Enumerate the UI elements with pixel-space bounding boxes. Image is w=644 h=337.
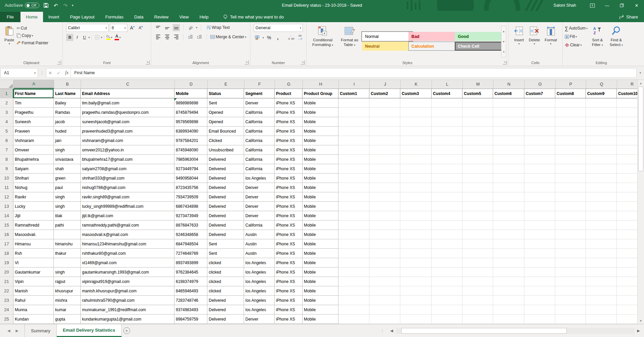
row-header-22[interactable]: 22 — [0, 286, 13, 296]
cell-C18[interactable]: rshthakur80@gmail.com — [81, 249, 174, 258]
clear-button[interactable]: Clear▾ — [565, 41, 588, 49]
cell-N14[interactable] — [493, 211, 524, 221]
orientation-icon[interactable]: ab — [186, 22, 195, 32]
cell-M14[interactable] — [462, 211, 493, 221]
cell-N19[interactable] — [493, 258, 524, 268]
cell-Q18[interactable] — [586, 249, 617, 258]
styles-dialog-launcher-icon[interactable]: ↘ — [503, 60, 507, 64]
find-select-button[interactable]: Find & Select ▾ — [607, 24, 625, 59]
cell-J25[interactable] — [369, 315, 400, 324]
cell-K21[interactable] — [400, 277, 432, 286]
cell-Q3[interactable] — [586, 108, 617, 117]
cell-J23[interactable] — [369, 296, 400, 305]
decrease-font-icon[interactable]: A▾ — [137, 25, 144, 32]
cell-O2[interactable] — [524, 98, 555, 108]
cell-F8[interactable]: California — [244, 155, 275, 164]
autosum-button[interactable]: ∑ AutoSum▾ — [565, 25, 588, 32]
cell-N21[interactable] — [493, 277, 524, 286]
cell-Q13[interactable] — [586, 202, 617, 211]
cell-Q19[interactable] — [586, 258, 617, 268]
cell-G12[interactable]: iPhone XS — [275, 192, 303, 202]
cell-J4[interactable] — [369, 117, 400, 127]
cell-P14[interactable] — [555, 211, 586, 221]
cell-style-calculation[interactable]: Calculation — [408, 42, 459, 51]
cell-C24[interactable]: munnakumar_1991@rediffmail.com — [81, 305, 174, 315]
cell-J18[interactable] — [369, 249, 400, 258]
cell-K9[interactable] — [400, 164, 432, 174]
cell-O9[interactable] — [524, 164, 555, 174]
cell-B19[interactable] — [54, 258, 81, 268]
cell-R22[interactable] — [617, 286, 638, 296]
cell-K18[interactable] — [400, 249, 432, 258]
cell-K1[interactable]: Custom3 — [400, 89, 432, 98]
cell-B8[interactable]: srivastava — [54, 155, 81, 164]
cell-A17[interactable]: Himansu — [13, 239, 54, 249]
cell-N20[interactable] — [493, 268, 524, 277]
cell-G11[interactable]: iPhone XS — [275, 183, 303, 192]
cell-B16[interactable] — [54, 230, 81, 239]
decrease-decimal-icon[interactable]: .00 →.0 — [296, 34, 303, 41]
cell-C12[interactable]: ravikr.singh89@gmail.com — [81, 192, 174, 202]
cell-O21[interactable] — [524, 277, 555, 286]
cell-C15[interactable]: ramnathreddy.pathi@gmail.com — [81, 221, 174, 230]
cell-K5[interactable] — [400, 127, 432, 136]
cell-R1[interactable]: Custom10 — [617, 89, 638, 98]
cell-D4[interactable]: 9578569898 — [174, 117, 207, 127]
cell-G8[interactable]: iPhone XS — [275, 155, 303, 164]
cell-O11[interactable] — [524, 183, 555, 192]
cell-B20[interactable]: singh — [54, 268, 81, 277]
formula-input[interactable]: First Name — [71, 68, 637, 78]
cell-F5[interactable]: California — [244, 127, 275, 136]
tab-view[interactable]: View — [174, 12, 194, 22]
cell-K20[interactable] — [400, 268, 432, 277]
cell-P1[interactable]: Custom8 — [555, 89, 586, 98]
cell-C8[interactable]: bhupalmehra17@gmail.com — [81, 155, 174, 164]
font-size-combo[interactable]: 8▾ — [110, 24, 127, 32]
cell-L9[interactable] — [432, 164, 462, 174]
cell-F13[interactable]: Denver — [244, 202, 275, 211]
cell-A1[interactable]: First Name — [13, 89, 54, 98]
increase-font-icon[interactable]: A▴ — [129, 25, 136, 32]
cell-L10[interactable] — [432, 174, 462, 183]
cell-E25[interactable]: Delivered — [207, 315, 244, 324]
row-header-8[interactable]: 8 — [0, 155, 13, 164]
cell-G13[interactable]: iPhone XS — [275, 202, 303, 211]
cell-O7[interactable] — [524, 145, 555, 155]
cell-Q4[interactable] — [586, 117, 617, 127]
cell-M4[interactable] — [462, 117, 493, 127]
cell-L3[interactable] — [432, 108, 462, 117]
cell-P15[interactable] — [555, 221, 586, 230]
cell-O14[interactable] — [524, 211, 555, 221]
column-header-a[interactable]: A — [14, 80, 54, 89]
cell-M16[interactable] — [462, 230, 493, 239]
cell-I19[interactable] — [338, 258, 369, 268]
cell-C16[interactable]: masoodvali.k@gmail.com — [81, 230, 174, 239]
cell-Q15[interactable] — [586, 221, 617, 230]
cell-B9[interactable]: shah — [54, 164, 81, 174]
cell-I5[interactable] — [338, 127, 369, 136]
cell-Q23[interactable] — [586, 296, 617, 305]
bold-button[interactable]: B — [66, 34, 73, 41]
cell-A14[interactable]: Jijil — [13, 211, 54, 221]
row-header-14[interactable]: 14 — [0, 211, 13, 221]
cell-J21[interactable] — [369, 277, 400, 286]
cell-H19[interactable]: Mobile — [303, 258, 338, 268]
cell-I21[interactable] — [338, 277, 369, 286]
cell-B17[interactable]: himanshu — [54, 239, 81, 249]
customize-qat-icon[interactable]: ▾ — [72, 4, 74, 7]
cell-N22[interactable] — [493, 286, 524, 296]
cell-E17[interactable]: Sent — [207, 239, 244, 249]
cell-D2[interactable]: 9898989898 — [174, 98, 207, 108]
cell-B1[interactable]: Last Name — [54, 89, 81, 98]
cell-I16[interactable] — [338, 230, 369, 239]
cell-E4[interactable]: Opened — [207, 117, 244, 127]
cell-C2[interactable]: tim.baily@gmail.com — [81, 98, 174, 108]
cell-I11[interactable] — [338, 183, 369, 192]
cell-H8[interactable]: Mobile — [303, 155, 338, 164]
cell-M1[interactable]: Custom5 — [462, 89, 493, 98]
format-painter-button[interactable]: Format Painter — [16, 39, 48, 47]
cell-N25[interactable] — [493, 315, 524, 324]
cell-D3[interactable]: 8745879494 — [174, 108, 207, 117]
cell-L19[interactable] — [432, 258, 462, 268]
cell-R19[interactable] — [617, 258, 638, 268]
